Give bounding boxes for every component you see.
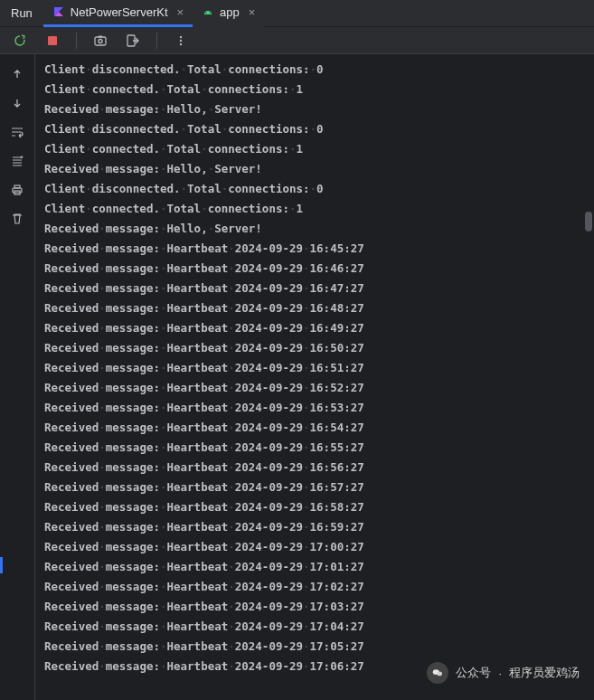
console-line: Received·message:·Hello,·Server!	[44, 99, 594, 119]
divider	[76, 33, 77, 49]
tab-app[interactable]: app ×	[193, 0, 264, 27]
divider	[156, 33, 157, 49]
console-line: Received·message:·Heartbeat·2024-09-29·1…	[44, 478, 594, 497]
console-line: Received·message:·Heartbeat·2024-09-29·1…	[44, 497, 594, 517]
console-line: Received·message:·Heartbeat·2024-09-29·1…	[44, 259, 594, 279]
console-line: Received·message:·Heartbeat·2024-09-29·1…	[44, 537, 594, 557]
svg-rect-14	[14, 185, 20, 188]
console-line: Client·disconnected.·Total·connections:·…	[44, 179, 594, 199]
print-icon[interactable]	[8, 181, 26, 199]
svg-point-7	[99, 39, 102, 43]
wechat-icon	[427, 662, 448, 684]
console-line: Client·connected.·Total·connections:·1	[44, 199, 594, 219]
trash-icon[interactable]	[8, 210, 26, 228]
console-line: Received·message:·Heartbeat·2024-09-29·1…	[44, 557, 594, 577]
svg-point-17	[438, 672, 443, 676]
console-line: Received·message:·Heartbeat·2024-09-29·1…	[44, 617, 594, 637]
watermark-name: 程序员爱鸡汤	[509, 665, 580, 681]
console-line: Received·message:·Heartbeat·2024-09-29·1…	[44, 458, 594, 478]
console-line: Received·message:·Heartbeat·2024-09-29·1…	[44, 338, 594, 358]
console-line: Received·message:·Heartbeat·2024-09-29·1…	[44, 318, 594, 338]
run-panel-label: Run	[0, 6, 43, 20]
soft-wrap-icon[interactable]	[8, 123, 26, 141]
watermark: 公众号 · 程序员爱鸡汤	[427, 662, 580, 684]
svg-point-11	[180, 39, 182, 41]
console-line: Received·message:·Heartbeat·2024-09-29·1…	[44, 438, 594, 458]
svg-rect-5	[48, 36, 57, 45]
screenshot-button[interactable]	[91, 32, 109, 50]
current-line-marker	[0, 557, 3, 573]
console-line: Received·message:·Heartbeat·2024-09-29·1…	[44, 378, 594, 398]
down-arrow-icon[interactable]	[8, 94, 26, 112]
console-line: Received·message:·Heartbeat·2024-09-29·1…	[44, 298, 594, 318]
svg-point-12	[180, 43, 182, 44]
svg-point-4	[209, 12, 210, 13]
close-icon[interactable]: ×	[249, 6, 256, 18]
console-line: Received·message:·Heartbeat·2024-09-29·1…	[44, 597, 594, 617]
svg-point-3	[205, 12, 206, 13]
svg-point-10	[180, 35, 182, 37]
kotlin-icon	[52, 5, 65, 18]
console-line: Received·message:·Heartbeat·2024-09-29·1…	[44, 279, 594, 298]
close-icon[interactable]: ×	[177, 6, 184, 18]
console-line: Client·disconnected.·Total·connections:·…	[44, 60, 594, 80]
run-tabs: NetPowerServerKt × app ×	[43, 0, 265, 27]
console-line: Received·message:·Heartbeat·2024-09-29·1…	[44, 358, 594, 378]
watermark-sep: ·	[498, 667, 502, 680]
console-line: Client·connected.·Total·connections:·1	[44, 139, 594, 159]
console-line: Client·connected.·Total·connections:·1	[44, 80, 594, 99]
svg-rect-8	[99, 35, 102, 37]
console-line: Client·disconnected.·Total·connections:·…	[44, 119, 594, 139]
more-button[interactable]	[172, 32, 190, 50]
svg-rect-6	[95, 37, 106, 45]
console-line: Received·message:·Heartbeat·2024-09-29·1…	[44, 637, 594, 657]
console-output[interactable]: Client·disconnected.·Total·connections:·…	[34, 54, 594, 700]
top-tab-bar: Run NetPowerServerKt × app ×	[0, 0, 594, 27]
console-line: Received·message:·Heartbeat·2024-09-29·1…	[44, 418, 594, 438]
console-line: Received·message:·Heartbeat·2024-09-29·1…	[44, 517, 594, 537]
console-line: Received·message:·Hello,·Server!	[44, 219, 594, 239]
console-line: Received·message:·Heartbeat·2024-09-29·1…	[44, 239, 594, 259]
scrollbar-thumb[interactable]	[585, 212, 592, 232]
console-line: Received·message:·Hello,·Server!	[44, 159, 594, 179]
rerun-button[interactable]	[11, 32, 29, 50]
up-arrow-icon[interactable]	[8, 65, 26, 83]
console-line: Received·message:·Heartbeat·2024-09-29·1…	[44, 398, 594, 418]
tab-label: NetPowerServerKt	[71, 5, 168, 19]
scroll-to-end-icon[interactable]	[8, 152, 26, 170]
run-toolbar	[0, 27, 594, 54]
exit-button[interactable]	[124, 32, 142, 50]
tab-label: app	[220, 5, 240, 19]
watermark-prefix: 公众号	[456, 665, 491, 681]
console-side-toolbar	[0, 54, 34, 700]
stop-button[interactable]	[43, 32, 61, 50]
console-line: Received·message:·Heartbeat·2024-09-29·1…	[44, 577, 594, 597]
android-icon	[202, 6, 214, 19]
tab-netpowerserverkt[interactable]: NetPowerServerKt ×	[43, 0, 193, 27]
